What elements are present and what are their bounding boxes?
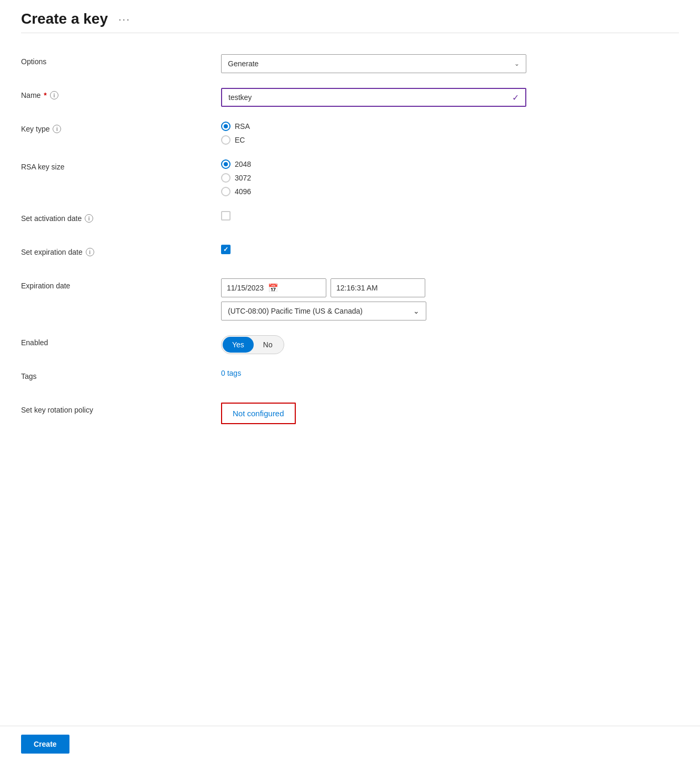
enabled-toggle[interactable]: Yes No (221, 335, 284, 354)
expiration-date-checkbox[interactable] (221, 245, 231, 254)
rsa-3072-radio[interactable] (221, 173, 231, 183)
name-control: testkey ✓ (221, 88, 653, 107)
name-row: Name * i testkey ✓ (21, 88, 653, 107)
enabled-label: Enabled (21, 335, 221, 347)
rsa-2048-label: 2048 (235, 160, 251, 168)
rsa-key-size-radio-group: 2048 3072 4096 (221, 159, 653, 196)
expiration-date-row: Set expiration date i (21, 245, 653, 264)
options-label: Options (21, 54, 221, 66)
timezone-chevron-icon: ⌄ (413, 307, 419, 315)
enabled-control: Yes No (221, 335, 653, 354)
date-time-inputs: 11/15/2023 📅 12:16:31 AM (221, 278, 653, 297)
ec-radio-button[interactable] (221, 135, 231, 145)
rsa-2048-radio[interactable] (221, 159, 231, 169)
page-title: Create a key (21, 11, 108, 27)
time-input[interactable]: 12:16:31 AM (331, 278, 425, 297)
key-rotation-row: Set key rotation policy Not configured (21, 403, 653, 424)
timezone-dropdown[interactable]: (UTC-08:00) Pacific Time (US & Canada) ⌄ (221, 302, 426, 320)
form-container: Options Generate ⌄ Name * i testkey ✓ (21, 54, 653, 424)
rsa-key-size-control: 2048 3072 4096 (221, 159, 653, 196)
tags-link[interactable]: 0 tags (221, 369, 241, 377)
tags-label: Tags (21, 369, 221, 380)
rsa-4096-label: 4096 (235, 187, 251, 196)
activation-info-icon[interactable]: i (85, 214, 93, 223)
name-label: Name * i (21, 88, 221, 99)
activation-date-checkbox[interactable] (221, 211, 231, 220)
ec-label: EC (235, 136, 245, 144)
calendar-icon: 📅 (268, 283, 278, 293)
key-type-radio-group: RSA EC (221, 122, 653, 145)
key-type-info-icon[interactable]: i (53, 125, 61, 133)
expiration-date-label: Set expiration date i (21, 245, 221, 256)
rsa-label: RSA (235, 122, 250, 131)
tags-row: Tags 0 tags (21, 369, 653, 388)
toggle-yes-button[interactable]: Yes (223, 337, 254, 353)
activation-date-label: Set activation date i (21, 211, 221, 223)
name-info-icon[interactable]: i (50, 91, 58, 99)
options-control: Generate ⌄ (221, 54, 653, 73)
page-header: Create a key ··· (21, 11, 679, 33)
options-dropdown[interactable]: Generate ⌄ (221, 54, 526, 73)
name-input[interactable]: testkey ✓ (221, 88, 526, 107)
rsa-4096-radio[interactable] (221, 187, 231, 196)
rsa-key-size-label: RSA key size (21, 159, 221, 171)
key-type-label: Key type i (21, 122, 221, 133)
enabled-row: Enabled Yes No (21, 335, 653, 354)
activation-date-row: Set activation date i (21, 211, 653, 230)
create-button[interactable]: Create (21, 735, 69, 754)
check-icon: ✓ (512, 93, 519, 103)
toggle-no-button[interactable]: No (254, 337, 282, 353)
rsa-3072-option[interactable]: 3072 (221, 173, 653, 183)
date-input[interactable]: 11/15/2023 📅 (221, 278, 326, 297)
expiration-datetime-control: 11/15/2023 📅 12:16:31 AM (UTC-08:00) Pac… (221, 278, 653, 320)
rsa-3072-label: 3072 (235, 174, 251, 182)
key-rotation-label: Set key rotation policy (21, 403, 221, 414)
expiration-datetime-label: Expiration date (21, 278, 221, 290)
tags-control: 0 tags (221, 369, 653, 377)
rsa-key-size-row: RSA key size 2048 3072 4096 (21, 159, 653, 196)
ellipsis-button[interactable]: ··· (114, 11, 135, 27)
rsa-2048-option[interactable]: 2048 (221, 159, 653, 169)
rsa-4096-option[interactable]: 4096 (221, 187, 653, 196)
key-type-ec-option[interactable]: EC (221, 135, 653, 145)
key-type-rsa-option[interactable]: RSA (221, 122, 653, 131)
key-rotation-control: Not configured (221, 403, 653, 424)
key-type-row: Key type i RSA EC (21, 122, 653, 145)
key-type-control: RSA EC (221, 122, 653, 145)
expiration-datetime-row: Expiration date 11/15/2023 📅 12:16:31 AM… (21, 278, 653, 320)
required-indicator: * (44, 91, 46, 99)
options-row: Options Generate ⌄ (21, 54, 653, 73)
activation-date-control (221, 211, 653, 220)
expiration-date-control (221, 245, 653, 254)
not-configured-link[interactable]: Not configured (221, 403, 296, 424)
chevron-down-icon: ⌄ (514, 60, 519, 67)
expiration-info-icon[interactable]: i (86, 248, 94, 256)
rsa-radio-button[interactable] (221, 122, 231, 131)
footer-bar: Create (0, 726, 700, 762)
